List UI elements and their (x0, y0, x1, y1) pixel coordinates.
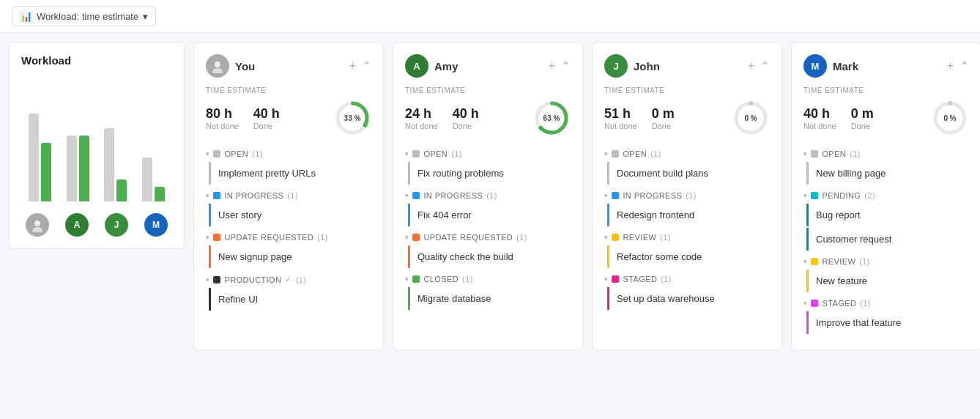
group-header[interactable]: ▾OPEN(1) (803, 147, 969, 160)
time-section: TIME ESTIMATE24 hNot done40 hDone 63 % (405, 86, 571, 137)
person-col: AAmy+⌃TIME ESTIMATE24 hNot done40 hDone … (393, 42, 583, 351)
group-header[interactable]: ▾REVIEW(1) (803, 255, 969, 268)
status-dot (612, 234, 619, 241)
task-item[interactable]: New signup page (209, 245, 371, 268)
collapse-column-button[interactable]: ⌃ (959, 59, 969, 73)
task-group: ▾REVIEW(1)New feature (803, 255, 969, 292)
group-header[interactable]: ▾OPEN(1) (604, 147, 770, 160)
avatar: J (105, 213, 128, 237)
workload-title: Workload (21, 54, 172, 67)
svg-point-9 (538, 126, 543, 130)
group-header[interactable]: ▾UPDATE REQUESTED(1) (405, 231, 571, 244)
bar-gray (67, 136, 77, 201)
avatar: A (65, 213, 89, 237)
not-done-time: 51 hNot done (604, 106, 637, 130)
group-status-label: REVIEW (623, 233, 656, 242)
group-count: (2) (864, 191, 875, 200)
task-item[interactable]: New billing page (806, 162, 969, 185)
add-task-button[interactable]: + (947, 59, 954, 73)
add-task-button[interactable]: + (748, 59, 754, 73)
svg-point-15 (948, 101, 952, 105)
group-header[interactable]: ▾OPEN(1) (206, 147, 371, 160)
not-done-time: 40 hNot done (803, 106, 836, 130)
group-header[interactable]: ▾CLOSED(1) (405, 272, 571, 286)
task-item[interactable]: Migrate database (408, 287, 571, 310)
add-task-button[interactable]: + (349, 59, 356, 73)
group-header[interactable]: ▾STAGED(1) (803, 297, 969, 310)
task-item[interactable]: Set up data warehouse (607, 287, 770, 310)
status-dot (811, 192, 818, 199)
chevron-down-icon: ▾ (206, 150, 209, 157)
task-group: ▾IN PROGRESS(1)Fix 404 error (405, 189, 571, 226)
group-header[interactable]: ▾IN PROGRESS(1) (405, 189, 571, 202)
task-group: ▾OPEN(1)Document build plans (604, 147, 770, 185)
time-label: TIME ESTIMATE (803, 86, 969, 94)
group-header[interactable]: ▾IN PROGRESS(1) (604, 189, 770, 202)
task-item[interactable]: Refine UI (209, 288, 371, 311)
task-item[interactable]: Redesign frontend (607, 204, 770, 226)
status-dot (213, 192, 220, 199)
task-item[interactable]: New feature (806, 270, 969, 292)
bar-green (79, 136, 89, 201)
person-info: MMark (803, 54, 858, 78)
done-time: 0 mDone (851, 106, 874, 130)
task-item[interactable]: Bug report (806, 204, 969, 226)
person-actions: +⌃ (947, 59, 969, 73)
avatar (206, 54, 229, 78)
group-header[interactable]: ▾STAGED(1) (604, 272, 770, 286)
collapse-column-button[interactable]: ⌃ (362, 59, 371, 73)
chevron-down-icon: ▾ (206, 234, 209, 241)
task-item[interactable]: Fix 404 error (408, 204, 571, 226)
donut-chart: 33 % (333, 99, 371, 137)
collapse-column-button[interactable]: ⌃ (561, 59, 571, 73)
person-header: MMark+⌃ (803, 54, 969, 78)
group-status-label: OPEN (623, 149, 647, 158)
group-status-label: IN PROGRESS (423, 191, 483, 200)
person-col: MMark+⌃TIME ESTIMATE40 hNot done0 mDone … (791, 42, 980, 351)
group-count: (1) (296, 275, 307, 284)
group-status-label: OPEN (822, 149, 846, 158)
svg-point-0 (34, 220, 40, 226)
chevron-down-icon: ▾ (405, 150, 409, 157)
person-header: You+⌃ (206, 54, 371, 78)
group-status-label: OPEN (423, 149, 448, 158)
svg-point-1 (32, 227, 42, 232)
task-item[interactable]: Document build plans (607, 162, 770, 185)
group-status-label: STAGED (623, 275, 657, 283)
donut-percent-label: 33 % (344, 114, 361, 122)
group-header[interactable]: ▾PENDING(2) (803, 189, 969, 202)
time-label: TIME ESTIMATE (604, 86, 770, 94)
status-dot (811, 258, 818, 265)
task-item[interactable]: Fix routing problems (408, 162, 571, 185)
group-count: (1) (252, 149, 263, 158)
task-item[interactable]: User story (209, 204, 371, 226)
avatar: J (604, 54, 628, 78)
group-header[interactable]: ▾PRODUCTION✓(1) (206, 272, 371, 286)
person-actions: +⌃ (549, 59, 571, 73)
status-dot (213, 234, 220, 241)
group-status-label: PENDING (822, 191, 861, 200)
task-item[interactable]: Quality check the build (408, 245, 571, 268)
group-status-label: IN PROGRESS (623, 191, 682, 200)
task-item[interactable]: Improve that feature (806, 311, 969, 334)
done-time: 40 hDone (453, 106, 479, 130)
workload-sidebar: Workload AJM (9, 42, 185, 249)
bar-gray (104, 128, 114, 201)
group-count: (1) (661, 275, 672, 283)
status-dot (612, 192, 619, 199)
group-header[interactable]: ▾OPEN(1) (405, 147, 571, 160)
time-row: 51 hNot done0 mDone 0 % (604, 99, 770, 137)
donut-chart: 0 % (732, 99, 770, 137)
add-task-button[interactable]: + (549, 59, 555, 73)
task-item[interactable]: Implement pretty URLs (209, 162, 371, 185)
task-item[interactable]: Refactor some code (607, 245, 770, 268)
group-status-label: OPEN (224, 149, 248, 158)
group-count: (1) (650, 149, 661, 158)
workload-time-estimate-button[interactable]: 📊 Workload: time estimate ▾ (12, 6, 156, 26)
collapse-column-button[interactable]: ⌃ (760, 59, 770, 73)
chevron-down-icon: ▾ (405, 192, 409, 199)
group-header[interactable]: ▾REVIEW(1) (604, 231, 770, 244)
group-header[interactable]: ▾UPDATE REQUESTED(1) (206, 231, 371, 244)
group-header[interactable]: ▾IN PROGRESS(1) (206, 189, 371, 202)
task-item[interactable]: Customer request (806, 228, 969, 251)
